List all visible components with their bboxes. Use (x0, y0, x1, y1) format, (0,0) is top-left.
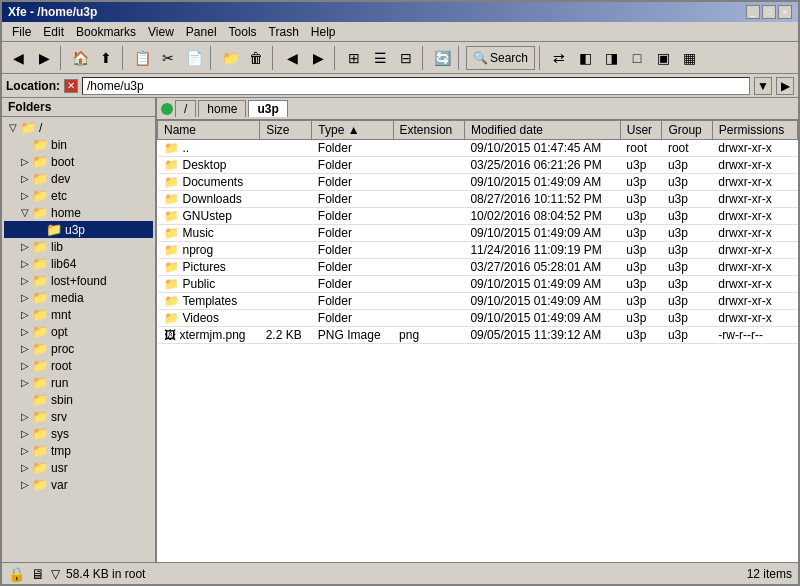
tree-toggle-home[interactable]: ▽ (18, 206, 32, 220)
menu-panel[interactable]: Panel (180, 24, 223, 40)
col-user[interactable]: User (620, 121, 662, 140)
tree-toggle-root-dir[interactable]: ▷ (18, 359, 32, 373)
menu-edit[interactable]: Edit (37, 24, 70, 40)
table-row[interactable]: 🖼xtermjm.png 2.2 KB PNG Image png 09/05/… (158, 327, 798, 344)
tree-item-opt[interactable]: ▷ 📁 opt (4, 323, 153, 340)
right-arrow-button[interactable]: ▶ (306, 46, 330, 70)
left-arrow-button[interactable]: ◀ (280, 46, 304, 70)
forward-button[interactable]: ▶ (32, 46, 56, 70)
tree-toggle-opt[interactable]: ▷ (18, 325, 32, 339)
menu-trash[interactable]: Trash (263, 24, 305, 40)
new-folder-button[interactable]: 📁 (218, 46, 242, 70)
table-row[interactable]: 📁nprog Folder 11/24/2016 11:09:19 PM u3p… (158, 242, 798, 259)
col-ext[interactable]: Extension (393, 121, 464, 140)
tree-item-srv[interactable]: ▷ 📁 srv (4, 408, 153, 425)
col-perms[interactable]: Permissions (712, 121, 797, 140)
tree-toggle-var[interactable]: ▷ (18, 478, 32, 492)
tree-toggle-proc[interactable]: ▷ (18, 342, 32, 356)
delete-button[interactable]: 🗑 (244, 46, 268, 70)
tree-toggle-etc[interactable]: ▷ (18, 189, 32, 203)
tree-item-u3p[interactable]: 📁 u3p (4, 221, 153, 238)
table-row[interactable]: 📁Public Folder 09/10/2015 01:49:09 AM u3… (158, 276, 798, 293)
tree-item-dev[interactable]: ▷ 📁 dev (4, 170, 153, 187)
table-row[interactable]: 📁Templates Folder 09/10/2015 01:49:09 AM… (158, 293, 798, 310)
dual-vert-button[interactable]: ▦ (677, 46, 701, 70)
menu-bookmarks[interactable]: Bookmarks (70, 24, 142, 40)
tree-item-lib[interactable]: ▷ 📁 lib (4, 238, 153, 255)
tree-toggle-boot[interactable]: ▷ (18, 155, 32, 169)
menu-tools[interactable]: Tools (223, 24, 263, 40)
table-row[interactable]: 📁GNUstep Folder 10/02/2016 08:04:52 PM u… (158, 208, 798, 225)
tree-item-lib64[interactable]: ▷ 📁 lib64 (4, 255, 153, 272)
tree-toggle-lostfound[interactable]: ▷ (18, 274, 32, 288)
location-go-button[interactable]: ▶ (776, 77, 794, 95)
table-row[interactable]: 📁Videos Folder 09/10/2015 01:49:09 AM u3… (158, 310, 798, 327)
home-button[interactable]: ⬆ (94, 46, 118, 70)
view3-button[interactable]: ⊟ (394, 46, 418, 70)
copy-button[interactable]: 📋 (130, 46, 154, 70)
menu-file[interactable]: File (6, 24, 37, 40)
location-dropdown-button[interactable]: ▼ (754, 77, 772, 95)
menu-help[interactable]: Help (305, 24, 342, 40)
tree-item-run[interactable]: ▷ 📁 run (4, 374, 153, 391)
close-button[interactable]: × (778, 5, 792, 19)
tree-item-mnt[interactable]: ▷ 📁 mnt (4, 306, 153, 323)
tree-toggle-mnt[interactable]: ▷ (18, 308, 32, 322)
col-group[interactable]: Group (662, 121, 712, 140)
tree-item-proc[interactable]: ▷ 📁 proc (4, 340, 153, 357)
tree-item-bin[interactable]: 📁 bin (4, 136, 153, 153)
tree-toggle-usr[interactable]: ▷ (18, 461, 32, 475)
col-size[interactable]: Size (260, 121, 312, 140)
location-clear-button[interactable]: ✕ (64, 79, 78, 93)
tree-toggle-sys[interactable]: ▷ (18, 427, 32, 441)
cut-button[interactable]: ✂ (156, 46, 180, 70)
tree-item-sbin[interactable]: 📁 sbin (4, 391, 153, 408)
breadcrumb-root[interactable]: / (175, 100, 196, 117)
table-row[interactable]: 📁Music Folder 09/10/2015 01:49:09 AM u3p… (158, 225, 798, 242)
table-row[interactable]: 📁Documents Folder 09/10/2015 01:49:09 AM… (158, 174, 798, 191)
table-row[interactable]: 📁Desktop Folder 03/25/2016 06:21:26 PM u… (158, 157, 798, 174)
sync-button[interactable]: ⇄ (547, 46, 571, 70)
maximize-button[interactable]: □ (762, 5, 776, 19)
tree-item-sys[interactable]: ▷ 📁 sys (4, 425, 153, 442)
up-button[interactable]: 🏠 (68, 46, 92, 70)
search-button[interactable]: 🔍 Search (466, 46, 535, 70)
tree-toggle-dev[interactable]: ▷ (18, 172, 32, 186)
breadcrumb-u3p[interactable]: u3p (248, 100, 287, 117)
menu-view[interactable]: View (142, 24, 180, 40)
col-type[interactable]: Type ▲ (312, 121, 393, 140)
tree-item-lostfound[interactable]: ▷ 📁 lost+found (4, 272, 153, 289)
tree-toggle-root[interactable]: ▽ (6, 121, 20, 135)
table-row[interactable]: 📁.. Folder 09/10/2015 01:47:45 AM root r… (158, 140, 798, 157)
table-row[interactable]: 📁Downloads Folder 08/27/2016 10:11:52 PM… (158, 191, 798, 208)
breadcrumb-home[interactable]: home (198, 100, 246, 117)
dual-panel-button[interactable]: ▣ (651, 46, 675, 70)
back-button[interactable]: ◀ (6, 46, 30, 70)
location-input[interactable] (82, 77, 750, 95)
tree-toggle-lib[interactable]: ▷ (18, 240, 32, 254)
tree-item-boot[interactable]: ▷ 📁 boot (4, 153, 153, 170)
view1-button[interactable]: ⊞ (342, 46, 366, 70)
paste-button[interactable]: 📄 (182, 46, 206, 70)
tree-item-var[interactable]: ▷ 📁 var (4, 476, 153, 493)
col-name[interactable]: Name (158, 121, 260, 140)
tree-toggle-media[interactable]: ▷ (18, 291, 32, 305)
view2-button[interactable]: ☰ (368, 46, 392, 70)
panel-left-button[interactable]: ◧ (573, 46, 597, 70)
single-panel-button[interactable]: □ (625, 46, 649, 70)
tree-item-media[interactable]: ▷ 📁 media (4, 289, 153, 306)
tree-item-home[interactable]: ▽ 📁 home (4, 204, 153, 221)
tree-item-etc[interactable]: ▷ 📁 etc (4, 187, 153, 204)
tree-item-root[interactable]: ▽ 📁 / (4, 119, 153, 136)
col-modified[interactable]: Modified date (464, 121, 620, 140)
tree-item-tmp[interactable]: ▷ 📁 tmp (4, 442, 153, 459)
tree-item-root-dir[interactable]: ▷ 📁 root (4, 357, 153, 374)
refresh-button[interactable]: 🔄 (430, 46, 454, 70)
minimize-button[interactable]: _ (746, 5, 760, 19)
panel-right-button[interactable]: ◨ (599, 46, 623, 70)
tree-toggle-lib64[interactable]: ▷ (18, 257, 32, 271)
tree-toggle-srv[interactable]: ▷ (18, 410, 32, 424)
tree-toggle-tmp[interactable]: ▷ (18, 444, 32, 458)
table-row[interactable]: 📁Pictures Folder 03/27/2016 05:28:01 AM … (158, 259, 798, 276)
tree-toggle-run[interactable]: ▷ (18, 376, 32, 390)
